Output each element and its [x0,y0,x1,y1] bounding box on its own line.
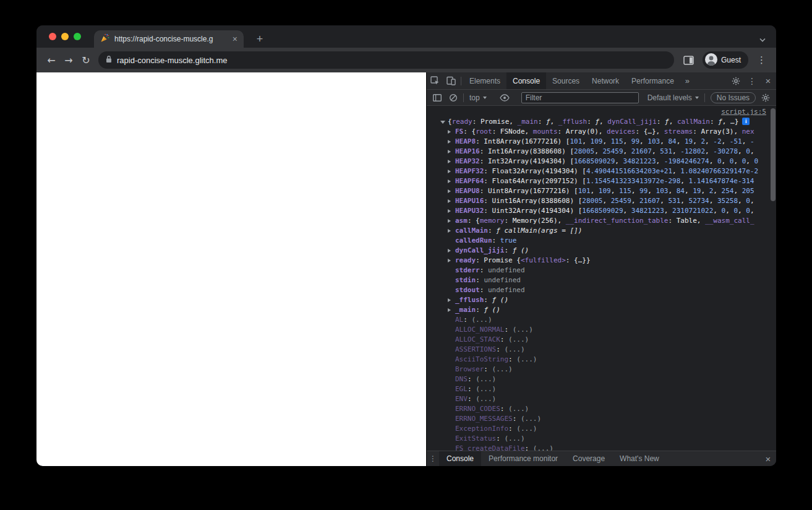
reload-button[interactable]: ↻ [77,51,95,69]
console-token: , [701,187,709,195]
console-line[interactable]: HEAP8: Int8Array(16777216) [101, 109, 11… [427,137,776,147]
console-line[interactable]: dynCall_jiji: ƒ () [427,246,776,256]
tab-performance[interactable]: Performance [625,72,680,89]
tab-console[interactable]: Console [506,72,546,89]
browser-menu-icon[interactable]: ⋮ [753,54,770,66]
console-line[interactable]: HEAP16: Int16Array(8388608) [28005, 2545… [427,147,776,157]
expand-getter-button[interactable]: (...) [508,405,529,413]
expand-getter-button[interactable]: (...) [504,434,524,443]
minimize-window-button[interactable] [61,33,69,40]
number-value: 35258 [717,197,738,205]
console-token: , [693,137,701,145]
scrollbar-thumb[interactable] [771,108,776,201]
tab-elements[interactable]: Elements [463,72,506,89]
console-sidebar-toggle-icon[interactable] [429,90,445,105]
console-line: EGL: (...) [427,384,776,394]
expand-triangle-icon[interactable] [448,308,451,312]
console-line[interactable]: HEAPU32: Uint32Array(4194304) [166850902… [427,206,776,216]
console-settings-gear-icon[interactable] [758,90,774,105]
expand-triangle-icon[interactable] [448,229,451,233]
live-expression-eye-icon[interactable] [497,90,513,105]
console-token: , [669,118,677,126]
console-line: Browser: (...) [427,365,776,374]
drawer-menu-icon[interactable]: ⋮ [427,454,439,463]
expand-triangle-icon[interactable] [448,209,451,213]
browser-tab[interactable]: https://rapid-concise-muscle.g × [94,30,244,48]
expand-getter-button[interactable]: (...) [516,355,537,363]
console-line[interactable]: _fflush: ƒ () [427,295,776,305]
console-line[interactable]: HEAPU16: Uint16Array(8388608) [28005, 25… [427,196,776,206]
drawer-tab-performance-monitor[interactable]: Performance monitor [481,451,565,466]
collapse-triangle-icon[interactable] [440,121,445,124]
drawer-tab-whats-new[interactable]: What's New [612,451,667,466]
profile-chip[interactable]: Guest [703,51,748,69]
console-line[interactable]: HEAP32: Int32Array(4194304) [1668509029,… [427,157,776,166]
console-line[interactable]: HEAPF32: Float32Array(4194304) [4.490441… [427,166,776,176]
expand-triangle-icon[interactable] [448,130,451,134]
expand-triangle-icon[interactable] [448,170,451,173]
more-tabs-icon[interactable]: » [680,76,694,85]
console-token: { [448,118,452,126]
back-button[interactable]: ← [43,51,60,69]
filter-input[interactable] [521,92,639,103]
devtools-menu-icon[interactable]: ⋮ [744,72,760,89]
console-token: : Float64Array(2097152) [ [484,177,586,185]
expand-triangle-icon[interactable] [448,150,451,153]
lock-icon[interactable] [106,54,112,66]
tab-network[interactable]: Network [586,72,625,89]
console-line[interactable]: ready: Promise {<fulfilled>: {…}} [427,256,776,266]
new-tab-button[interactable]: + [252,32,267,46]
drawer-close-icon[interactable]: × [760,454,776,464]
console-token: ƒ () [492,296,509,304]
expand-triangle-icon[interactable] [448,189,451,193]
devtools-settings-gear-icon[interactable] [728,72,744,89]
zoom-window-button[interactable] [74,33,81,40]
expand-getter-button[interactable]: (...) [521,415,541,423]
address-bar[interactable]: rapid-concise-muscle.glitch.me [98,51,674,69]
expand-triangle-icon[interactable] [448,298,451,302]
clear-console-icon[interactable] [445,90,461,105]
expand-getter-button[interactable]: (...) [508,335,529,344]
expand-triangle-icon[interactable] [448,199,451,203]
tab-search-chevron-icon[interactable] [759,34,766,45]
console-line[interactable]: HEAPU8: Uint8Array(16777216) [101, 109, … [427,186,776,196]
console-token: __wasm_call_ [705,217,754,225]
expand-getter-button[interactable]: (...) [492,365,513,373]
inspect-element-icon[interactable] [427,72,443,89]
drawer-tab-coverage[interactable]: Coverage [565,451,612,466]
tab-sources[interactable]: Sources [546,72,586,89]
expand-triangle-icon[interactable] [448,259,451,262]
tab-close-icon[interactable]: × [231,35,239,43]
issues-counter[interactable]: No Issues [711,92,756,103]
device-toolbar-icon[interactable] [443,72,459,89]
expand-getter-button[interactable]: (...) [533,444,553,451]
console-scrollbar[interactable] [770,106,776,451]
devtools-close-icon[interactable]: × [760,76,776,86]
expand-getter-button[interactable]: (...) [476,395,496,403]
expand-getter-button[interactable]: (...) [476,375,496,383]
expand-getter-button[interactable]: (...) [476,385,496,393]
source-location-link[interactable]: script.js:5 [721,108,766,116]
expand-getter-button[interactable]: (...) [504,345,524,353]
console-line[interactable]: FS: {root: FSNode, mounts: Array(0), dev… [427,127,776,137]
close-window-button[interactable] [49,33,56,40]
expand-triangle-icon[interactable] [448,160,451,163]
console-line[interactable]: {ready: Promise, _main: ƒ, _fflush: ƒ, d… [427,117,776,127]
console-line[interactable]: callMain: ƒ callMain(args = []) [427,226,776,236]
drawer-tab-console[interactable]: Console [439,451,481,466]
side-panel-icon[interactable] [680,51,698,69]
expand-getter-button[interactable]: (...) [516,425,537,433]
console-line: ASSERTIONS: (...) [427,345,776,355]
js-context-selector[interactable]: top [466,93,490,102]
expand-triangle-icon[interactable] [448,140,451,144]
console-line[interactable]: HEAPF64: Float64Array(2097152) [1.154541… [427,176,776,186]
console-line[interactable]: asm: {memory: Memory(256), __indirect_fu… [427,216,776,226]
expand-triangle-icon[interactable] [448,219,451,223]
log-levels-dropdown[interactable]: Default levels [644,93,703,102]
expand-triangle-icon[interactable] [448,249,451,253]
expand-getter-button[interactable]: (...) [513,326,533,334]
expand-getter-button[interactable]: (...) [472,316,492,324]
forward-button[interactable]: → [60,51,77,69]
console-line[interactable]: _main: ƒ () [427,305,776,315]
expand-triangle-icon[interactable] [448,179,451,183]
